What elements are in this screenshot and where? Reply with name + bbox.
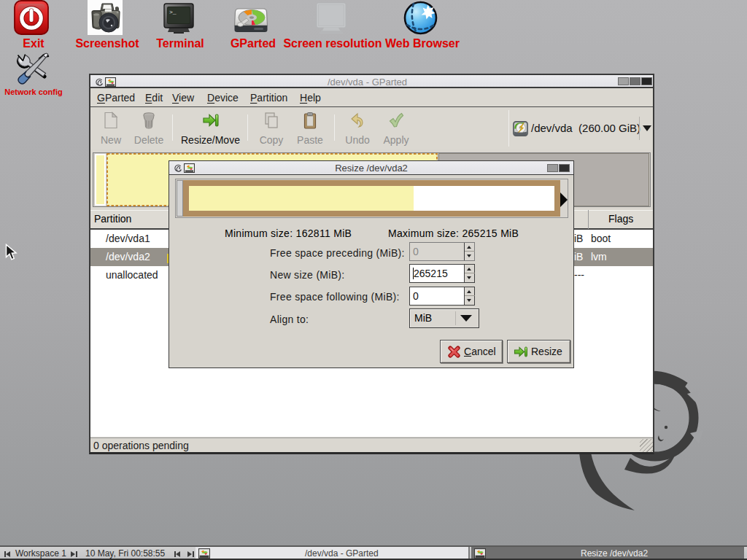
- svg-text:>_: >_: [169, 9, 177, 15]
